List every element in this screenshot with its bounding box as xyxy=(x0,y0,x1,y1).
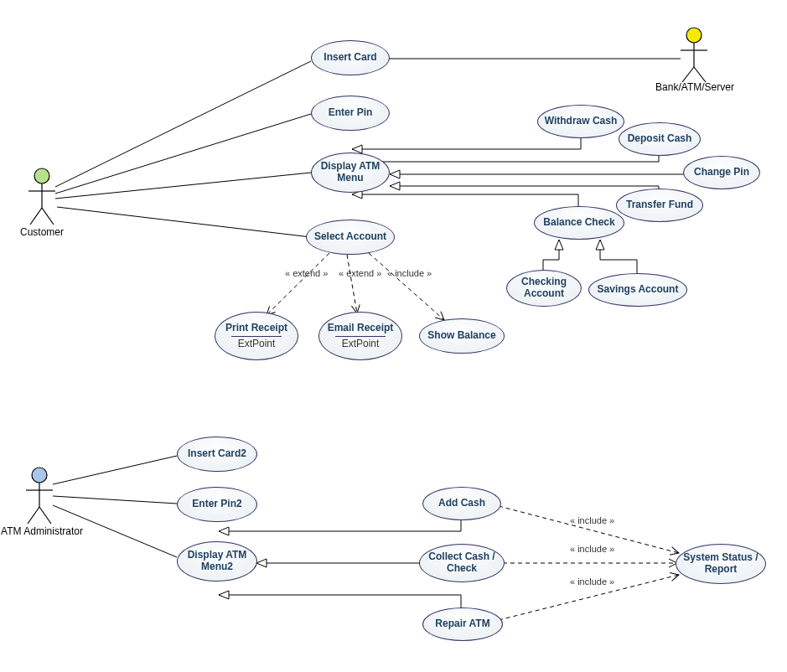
usecase-add-cash: Add Cash xyxy=(422,487,501,520)
usecase-email-receipt-extpoint: ExtPoint xyxy=(342,339,380,350)
usecase-print-receipt-label: Print Receipt xyxy=(225,323,287,334)
label-include-4: « include » xyxy=(570,576,614,587)
actor-bankserver-label: Bank/ATM/Server xyxy=(649,81,741,93)
svg-point-0 xyxy=(34,168,49,184)
label-extend-1: « extend » xyxy=(285,268,328,278)
usecase-show-balance: Show Balance xyxy=(419,318,505,354)
svg-line-16 xyxy=(55,114,311,194)
svg-line-17 xyxy=(55,173,311,199)
svg-line-4 xyxy=(42,208,54,225)
svg-line-22 xyxy=(369,253,444,320)
usecase-enter-pin: Enter Pin xyxy=(311,96,390,131)
usecase-change-pin: Change Pin xyxy=(683,156,760,189)
usecase-repair-atm: Repair ATM xyxy=(422,607,503,641)
actor-customer-label: Customer xyxy=(5,226,79,238)
svg-line-8 xyxy=(682,67,694,82)
actor-atmadmin-label: ATM Administrator xyxy=(0,525,84,537)
usecase-checking-account: Checking Account xyxy=(506,270,582,307)
svg-line-14 xyxy=(39,507,51,524)
usecase-insert-card2: Insert Card2 xyxy=(177,437,257,472)
svg-line-21 xyxy=(347,255,357,313)
actor-customer-icon xyxy=(28,168,55,225)
label-extend-2: « extend » xyxy=(339,268,381,278)
svg-line-9 xyxy=(694,67,706,82)
usecase-deposit-cash: Deposit Cash xyxy=(619,122,701,156)
usecase-savings-account: Savings Account xyxy=(588,273,687,307)
svg-line-23 xyxy=(53,456,177,484)
label-include-1: « include » xyxy=(387,268,432,278)
extension-point-divider xyxy=(335,336,386,337)
usecase-withdraw-cash: Withdraw Cash xyxy=(537,105,624,138)
extension-point-divider xyxy=(231,336,282,337)
usecase-email-receipt-label: Email Receipt xyxy=(328,323,394,334)
usecase-enter-pin2: Enter Pin2 xyxy=(177,487,257,522)
usecase-balance-check: Balance Check xyxy=(534,206,624,240)
svg-line-15 xyxy=(55,61,311,187)
usecase-transfer-fund: Transfer Fund xyxy=(616,189,703,222)
svg-point-5 xyxy=(686,28,702,43)
svg-line-18 xyxy=(57,207,311,237)
svg-line-20 xyxy=(267,253,329,315)
usecase-system-status: System Status / Report xyxy=(676,544,766,584)
usecase-display-menu: Display ATM Menu xyxy=(311,152,390,193)
usecase-select-account: Select Account xyxy=(306,220,395,255)
usecase-collect-cash: Collect Cash / Check xyxy=(419,544,505,582)
svg-line-24 xyxy=(53,496,177,504)
usecase-display-menu2: Display ATM Menu2 xyxy=(177,541,257,582)
usecase-print-receipt: Print Receipt ExtPoint xyxy=(215,312,298,360)
svg-line-3 xyxy=(30,208,42,225)
actor-atmadmin-icon xyxy=(26,468,53,524)
usecase-print-receipt-extpoint: ExtPoint xyxy=(238,339,276,350)
usecase-email-receipt: Email Receipt ExtPoint xyxy=(318,312,402,360)
label-include-2: « include » xyxy=(570,515,614,525)
svg-line-13 xyxy=(28,507,39,524)
actor-bankserver-icon xyxy=(681,28,707,82)
usecase-insert-card: Insert Card xyxy=(311,40,390,75)
label-include-3: « include » xyxy=(570,544,614,554)
svg-point-10 xyxy=(32,468,47,483)
